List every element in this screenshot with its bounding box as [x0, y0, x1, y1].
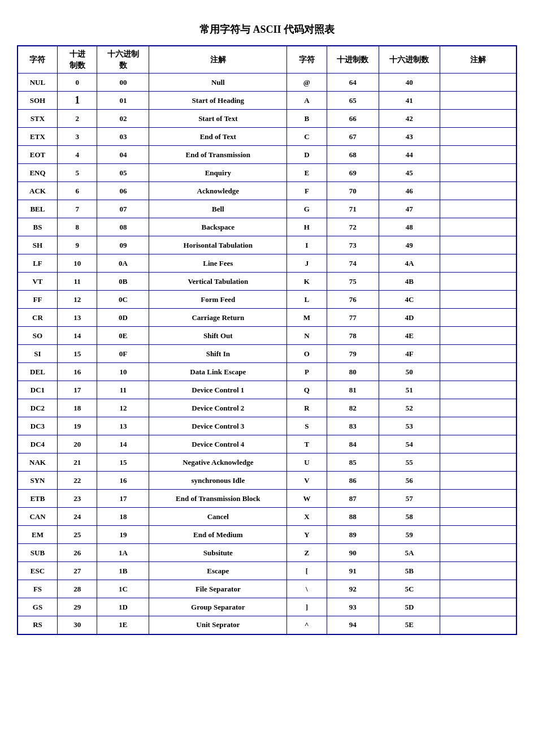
cell-dec2: 78 — [327, 327, 379, 345]
cell-note2 — [440, 327, 516, 345]
cell-dec2: 93 — [327, 598, 379, 616]
cell-hex: 1B — [97, 562, 149, 580]
cell-dec: 22 — [57, 472, 97, 490]
cell-hex: 01 — [97, 92, 149, 110]
cell-note2 — [440, 128, 516, 146]
table-row: RS 30 1E Unit Seprator ^ 94 5E — [18, 616, 516, 634]
cell-dec: 1 — [57, 92, 97, 110]
cell-dec: 6 — [57, 182, 97, 200]
cell-hex: 0A — [97, 254, 149, 273]
cell-hex2: 47 — [379, 200, 440, 218]
cell-dec2: 64 — [327, 74, 379, 92]
cell-dec2: 70 — [327, 182, 379, 200]
cell-dec: 11 — [57, 273, 97, 291]
cell-note2 — [440, 110, 516, 128]
cell-hex: 06 — [97, 182, 149, 200]
cell-note: End of Text — [149, 128, 287, 146]
table-row: SH 9 09 Horisontal Tabulation I 73 49 — [18, 236, 516, 254]
header-char2: 字符 — [287, 46, 327, 74]
table-row: CAN 24 18 Cancel X 88 58 — [18, 508, 516, 526]
cell-hex: 14 — [97, 435, 149, 453]
cell-hex2: 57 — [379, 490, 440, 508]
cell-note2 — [440, 417, 516, 435]
cell-hex2: 4E — [379, 327, 440, 345]
cell-note2 — [440, 345, 516, 363]
cell-hex2: 4A — [379, 254, 440, 273]
cell-sym: FS — [18, 580, 57, 598]
cell-dec2: 77 — [327, 309, 379, 327]
cell-hex: 1E — [97, 616, 149, 634]
cell-note: Start of Heading — [149, 92, 287, 110]
cell-note2 — [440, 291, 516, 309]
cell-hex2: 4C — [379, 291, 440, 309]
cell-sym: DEL — [18, 363, 57, 381]
cell-hex: 1C — [97, 580, 149, 598]
cell-dec: 29 — [57, 598, 97, 616]
cell-hex2: 59 — [379, 526, 440, 544]
cell-hex: 09 — [97, 236, 149, 254]
cell-hex: 17 — [97, 490, 149, 508]
cell-note: Cancel — [149, 508, 287, 526]
cell-hex2: 5B — [379, 562, 440, 580]
cell-dec: 30 — [57, 616, 97, 634]
cell-dec2: 74 — [327, 254, 379, 273]
cell-sym: SOH — [18, 92, 57, 110]
cell-note: Line Fees — [149, 254, 287, 273]
cell-note2 — [440, 381, 516, 399]
cell-sym: SYN — [18, 472, 57, 490]
cell-dec2: 75 — [327, 273, 379, 291]
cell-hex2: 55 — [379, 453, 440, 472]
header-note2: 注解 — [440, 46, 516, 74]
cell-sym2: S — [287, 417, 327, 435]
cell-hex: 16 — [97, 472, 149, 490]
cell-dec2: 68 — [327, 146, 379, 164]
cell-hex2: 52 — [379, 399, 440, 417]
cell-sym: DC3 — [18, 417, 57, 435]
cell-sym2: V — [287, 472, 327, 490]
cell-dec2: 87 — [327, 490, 379, 508]
cell-hex: 0F — [97, 345, 149, 363]
cell-hex: 1D — [97, 598, 149, 616]
cell-dec: 7 — [57, 200, 97, 218]
cell-note: Device Control 4 — [149, 435, 287, 453]
cell-note2 — [440, 580, 516, 598]
cell-dec: 9 — [57, 236, 97, 254]
cell-note: Vertical Tabulation — [149, 273, 287, 291]
cell-sym2: M — [287, 309, 327, 327]
table-row: ACK 6 06 Acknowledge F 70 46 — [18, 182, 516, 200]
cell-hex: 02 — [97, 110, 149, 128]
cell-sym: ETX — [18, 128, 57, 146]
cell-sym2: W — [287, 490, 327, 508]
cell-sym: DC1 — [18, 381, 57, 399]
table-row: ESC 27 1B Escape [ 91 5B — [18, 562, 516, 580]
table-row: GS 29 1D Group Separator ] 93 5D — [18, 598, 516, 616]
header-char1: 字符 — [18, 46, 57, 74]
cell-hex2: 5A — [379, 544, 440, 562]
cell-dec2: 85 — [327, 453, 379, 472]
cell-sym2: A — [287, 92, 327, 110]
table-row: ETX 3 03 End of Text C 67 43 — [18, 128, 516, 146]
cell-hex2: 41 — [379, 92, 440, 110]
header-dec1: 十进制数 — [57, 46, 97, 74]
cell-note: Device Control 1 — [149, 381, 287, 399]
cell-note: Null — [149, 74, 287, 92]
cell-hex2: 46 — [379, 182, 440, 200]
cell-note2 — [440, 435, 516, 453]
cell-sym: VT — [18, 273, 57, 291]
cell-note: Escape — [149, 562, 287, 580]
cell-note: End of Transmission Block — [149, 490, 287, 508]
cell-dec: 18 — [57, 399, 97, 417]
cell-dec: 12 — [57, 291, 97, 309]
cell-note2 — [440, 273, 516, 291]
cell-sym: SI — [18, 345, 57, 363]
cell-note2 — [440, 92, 516, 110]
cell-sym2: R — [287, 399, 327, 417]
cell-sym2: L — [287, 291, 327, 309]
cell-note2 — [440, 309, 516, 327]
cell-note: Negative Acknowledge — [149, 453, 287, 472]
cell-dec: 8 — [57, 218, 97, 236]
cell-hex2: 5D — [379, 598, 440, 616]
cell-note: End of Transmission — [149, 146, 287, 164]
cell-dec2: 72 — [327, 218, 379, 236]
cell-note: Device Control 3 — [149, 417, 287, 435]
